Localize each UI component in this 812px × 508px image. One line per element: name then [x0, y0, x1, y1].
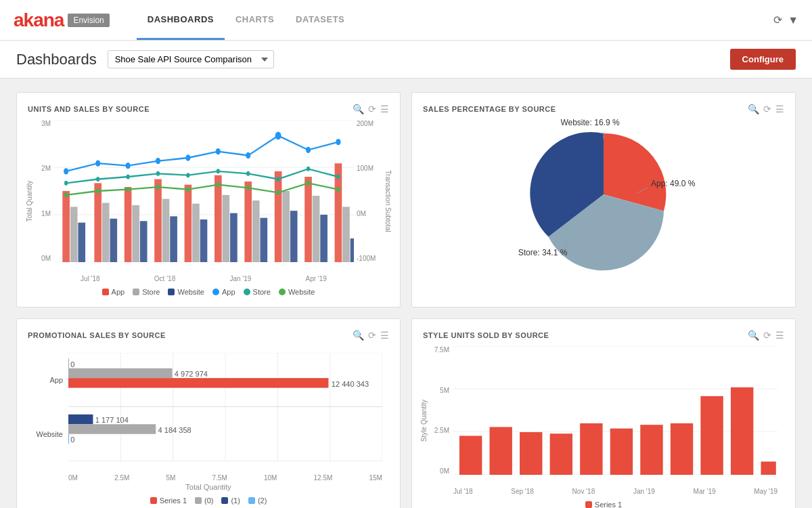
svg-rect-19 [215, 175, 222, 262]
legend-0-label: (0) [204, 496, 213, 505]
y-2-5m: 2.5M [434, 427, 449, 434]
svg-rect-8 [102, 203, 110, 263]
y-right-100m-neg: -100M [357, 255, 376, 262]
svg-rect-23 [252, 200, 260, 262]
search-icon[interactable]: 🔍 [353, 330, 364, 341]
main-content: UNITS AND SALES BY SOURCE 🔍 ⟳ ☰ 3M 2M 1M… [0, 79, 812, 508]
header: akana Envision DASHBOARDS CHARTS DATASET… [0, 0, 812, 41]
svg-rect-32 [342, 207, 350, 262]
legend-store-line-label: Store [253, 288, 271, 296]
style-units-chart-icons: 🔍 ⟳ ☰ [748, 330, 784, 341]
nav: DASHBOARDS CHARTS DATASETS [137, 1, 773, 40]
svg-rect-95 [550, 433, 572, 475]
units-sales-svg [53, 120, 354, 262]
svg-rect-4 [62, 191, 70, 262]
svg-rect-20 [223, 195, 230, 262]
x-10m: 10M [264, 474, 277, 482]
legend-series1-color [150, 497, 157, 504]
sales-pct-chart-card: SALES PERCENTAGE BY SOURCE 🔍 ⟳ ☰ [411, 92, 796, 308]
y-cat-app: App [49, 376, 63, 384]
svg-point-42 [306, 147, 311, 153]
refresh-icon[interactable]: ⟳ [368, 104, 376, 114]
nav-datasets[interactable]: DATASETS [285, 1, 355, 40]
svg-point-37 [156, 158, 160, 164]
menu-icon[interactable]: ☰ [380, 330, 389, 341]
charts-grid: UNITS AND SALES BY SOURCE 🔍 ⟳ ☰ 3M 2M 1M… [16, 92, 796, 508]
legend-series1-style-color [585, 501, 592, 508]
svg-rect-7 [94, 183, 102, 262]
x-5m: 5M [166, 474, 175, 482]
header-dropdown-icon[interactable]: ▼ [788, 14, 798, 26]
x-axis-promo: 0M 2.5M 5M 7.5M 10M 12.5M 15M [68, 474, 382, 482]
svg-rect-5 [70, 207, 78, 262]
style-units-svg [453, 346, 777, 475]
svg-point-47 [156, 171, 160, 176]
svg-point-34 [64, 168, 68, 174]
pie-label-website: Website: 16.9 % [560, 118, 619, 127]
legend-website-line-label: Website [288, 288, 315, 296]
legend-app-bar: App [102, 288, 125, 296]
nav-dashboards[interactable]: DASHBOARDS [137, 1, 225, 40]
x-jul18: Jul '18 [453, 488, 473, 495]
promo-sales-chart-icons: 🔍 ⟳ ☰ [353, 330, 389, 341]
svg-point-48 [186, 173, 189, 177]
x-jan19: Jan '19 [633, 488, 655, 495]
sales-pct-chart-title: SALES PERCENTAGE BY SOURCE [423, 105, 748, 113]
configure-button[interactable]: Configure [730, 49, 796, 70]
svg-point-52 [307, 167, 310, 171]
x-7-5m: 7.5M [212, 474, 227, 482]
x-axis-labels: Jul '18 Oct '18 Jan '19 Apr '19 [53, 275, 354, 282]
toolbar: Dashboards Shoe Sale API Source Comparis… [0, 41, 812, 79]
x-12-5m: 12.5M [314, 474, 333, 482]
x-axis-style: Jul '18 Sep '18 Nov '18 Jan '19 Mar '19 … [453, 488, 777, 495]
y-0m: 0M [440, 467, 449, 475]
svg-point-45 [96, 177, 99, 182]
dashboard-select[interactable]: Shoe Sale API Source Comparison [108, 50, 274, 68]
svg-rect-11 [132, 205, 139, 262]
svg-rect-102 [761, 461, 775, 475]
search-icon[interactable]: 🔍 [353, 104, 364, 114]
svg-rect-29 [313, 196, 320, 262]
svg-rect-26 [282, 191, 290, 262]
menu-icon[interactable]: ☰ [775, 330, 784, 341]
x-0m: 0M [68, 474, 78, 482]
refresh-icon[interactable]: ⟳ [763, 330, 771, 341]
menu-icon[interactable]: ☰ [380, 104, 389, 114]
legend-series1-style-label: Series 1 [595, 501, 622, 508]
units-sales-chart-header: UNITS AND SALES BY SOURCE 🔍 ⟳ ☰ [28, 104, 389, 114]
units-sales-chart-title: UNITS AND SALES BY SOURCE [28, 105, 353, 113]
svg-point-51 [276, 177, 279, 182]
style-units-chart-title: STYLE UNITS SOLD BY SOURCE [423, 331, 748, 339]
nav-charts[interactable]: CHARTS [225, 1, 285, 40]
style-units-chart-body: 7.5M 5M 2.5M 0M Style Quantity [423, 346, 784, 508]
x-mar19: Mar '19 [694, 488, 716, 495]
svg-text:0: 0 [70, 360, 74, 368]
legend-app-line-label: App [222, 288, 235, 296]
logo: akana Envision [14, 9, 110, 31]
svg-rect-17 [192, 204, 200, 262]
x-label-oct18: Oct '18 [154, 275, 175, 282]
legend-website-line: Website [279, 288, 315, 296]
y-left-2m: 2M [41, 165, 51, 172]
pie-label-app: App: 49.0 % [651, 179, 696, 188]
refresh-icon[interactable]: ⟳ [368, 330, 376, 341]
svg-rect-30 [320, 215, 328, 262]
promo-svg: 0 4 972 974 12 440 343 1 177 104 4 [68, 353, 382, 461]
svg-point-62 [307, 181, 310, 186]
refresh-icon[interactable]: ⟳ [773, 14, 782, 26]
search-icon[interactable]: 🔍 [748, 330, 759, 341]
svg-point-46 [126, 175, 129, 179]
svg-rect-27 [290, 211, 298, 262]
svg-text:1 177 104: 1 177 104 [95, 417, 129, 425]
svg-rect-93 [489, 427, 512, 475]
svg-text:4 184 358: 4 184 358 [158, 426, 191, 434]
svg-rect-92 [459, 436, 482, 475]
promo-sales-chart-title: PROMOTIONAL SALES BY SOURCE [28, 331, 353, 339]
svg-point-53 [336, 175, 340, 179]
y-cat-website: Website [36, 430, 63, 438]
pie-svg: App: 49.0 % Store: 34.1 % Website: 16.9 … [423, 113, 784, 276]
legend-app-bar-color [102, 289, 109, 295]
legend-1-label: (1) [231, 496, 240, 505]
svg-rect-101 [731, 387, 753, 475]
y-left-1m: 1M [41, 210, 51, 217]
